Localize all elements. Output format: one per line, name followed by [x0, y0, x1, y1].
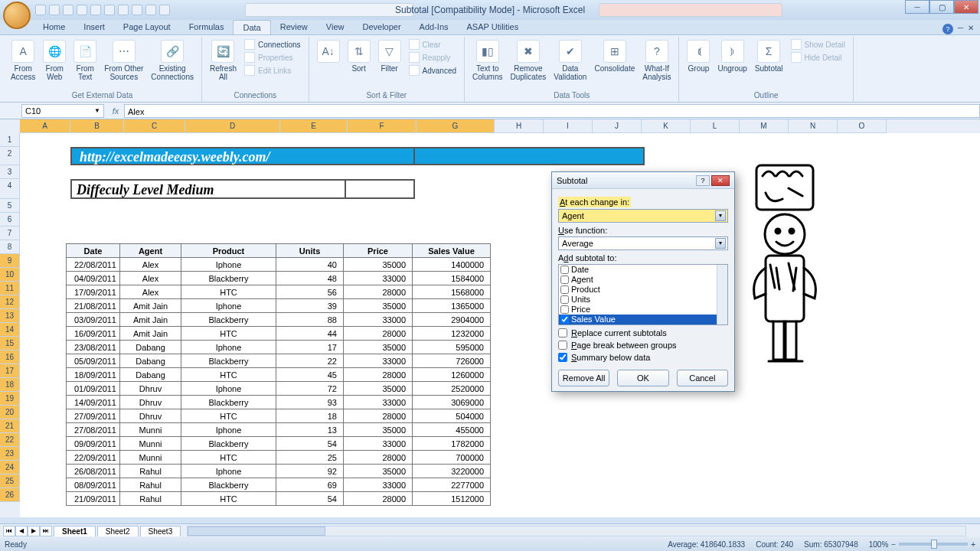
table-row[interactable]: 14/09/2011DhruvBlackberry93330003069000 [67, 396, 491, 409]
table-cell[interactable]: 03/09/2011 [67, 313, 120, 327]
table-cell[interactable]: 1260000 [413, 368, 491, 382]
use-function-select[interactable]: Average ▾ [558, 236, 728, 250]
table-cell[interactable]: 22/09/2011 [67, 451, 120, 465]
table-cell[interactable]: 33000 [344, 396, 413, 409]
table-cell[interactable]: Blackberry [181, 396, 276, 409]
qat-item-icon[interactable] [90, 5, 101, 15]
col-header-D[interactable]: D [185, 119, 280, 133]
checkbox[interactable] [560, 295, 569, 304]
col-header-B[interactable]: B [70, 119, 124, 133]
table-cell[interactable]: 17/09/2011 [67, 285, 120, 299]
dialog-close-icon[interactable]: ✕ [711, 175, 730, 186]
col-header-N[interactable]: N [789, 119, 838, 133]
table-cell[interactable]: 455000 [413, 423, 491, 437]
col-header-F[interactable]: F [348, 119, 416, 133]
table-cell[interactable]: 26/08/2011 [67, 465, 120, 478]
dialog-help-icon[interactable]: ? [696, 175, 710, 186]
zoom-out-icon[interactable]: − [891, 540, 896, 549]
inner-close-icon[interactable]: ✕ [968, 24, 974, 34]
group-button[interactable]: ⟬Group [684, 38, 713, 74]
table-cell[interactable]: 23/08/2011 [67, 341, 120, 354]
col-header-O[interactable]: O [838, 119, 887, 133]
ribbon-tab-view[interactable]: View [317, 20, 354, 34]
qat-item-icon[interactable] [118, 5, 129, 15]
table-cell[interactable]: 33000 [344, 272, 413, 285]
col-header-K[interactable]: K [642, 119, 691, 133]
table-cell[interactable]: 21/08/2011 [67, 299, 120, 313]
table-cell[interactable]: 1584000 [413, 272, 491, 285]
office-button[interactable] [3, 2, 31, 29]
table-cell[interactable]: 48 [276, 272, 344, 285]
table-header[interactable]: Sales Value [413, 244, 491, 258]
table-cell[interactable]: 35000 [344, 382, 413, 396]
advanced-button[interactable]: Advanced [406, 64, 459, 77]
what-if-button[interactable]: ?What-If Analysis [639, 38, 674, 83]
from-other-button[interactable]: ⋯From Other Sources [101, 38, 146, 83]
subtotal-field-item[interactable]: Price [559, 305, 727, 315]
zoom-control[interactable]: 100% − + [869, 540, 975, 549]
table-cell[interactable]: 54 [276, 437, 344, 451]
table-cell[interactable]: 17 [276, 341, 344, 354]
subtotal-field-item[interactable]: Agent [559, 275, 727, 285]
remove-all-button[interactable]: Remove All [558, 370, 609, 386]
ungroup-button[interactable]: ⟭Ungroup [714, 38, 750, 74]
table-row[interactable]: 22/08/2011AlexIphone40350001400000 [67, 258, 491, 272]
table-cell[interactable]: 2520000 [413, 382, 491, 396]
table-cell[interactable]: 21/09/2011 [67, 492, 120, 506]
ok-button[interactable]: OK [617, 370, 668, 386]
table-cell[interactable]: Blackberry [181, 272, 276, 285]
row-header-6[interactable]: 6 [0, 213, 20, 227]
doc-tab[interactable] [245, 3, 413, 17]
table-row[interactable]: 23/08/2011DabangIphone1735000595000 [67, 341, 491, 354]
qat-print-icon[interactable] [77, 5, 87, 15]
qat-undo-icon[interactable] [49, 5, 60, 15]
sort-button[interactable]: ⇅Sort [345, 38, 374, 74]
row-header-7[interactable]: 7 [0, 227, 20, 240]
table-cell[interactable]: 2904000 [413, 313, 491, 327]
table-cell[interactable]: 28000 [344, 409, 413, 423]
table-cell[interactable]: 1782000 [413, 437, 491, 451]
formula-input[interactable]: Alex [124, 104, 980, 118]
table-cell[interactable]: Alex [120, 285, 181, 299]
table-cell[interactable]: Dabang [120, 354, 181, 368]
checkbox[interactable] [560, 266, 569, 274]
spreadsheet-grid[interactable]: 1234567891011121314151617181920212223242… [0, 119, 980, 517]
zoom-in-icon[interactable]: + [971, 540, 975, 549]
table-cell[interactable]: 1568000 [413, 285, 491, 299]
col-header-L[interactable]: L [691, 119, 740, 133]
table-cell[interactable]: 25 [276, 451, 344, 465]
page-break-check[interactable]: Page break between groups [558, 341, 728, 350]
scroll-thumb[interactable] [188, 527, 325, 536]
table-cell[interactable]: 01/09/2011 [67, 382, 120, 396]
table-cell[interactable]: 33000 [344, 437, 413, 451]
table-row[interactable]: 03/09/2011Amit JainBlackberry88330002904… [67, 313, 491, 327]
row-header-11[interactable]: 11 [0, 282, 20, 295]
table-cell[interactable]: Iphone [181, 341, 276, 354]
table-header[interactable]: Units [276, 244, 344, 258]
table-cell[interactable]: 1400000 [413, 258, 491, 272]
at-each-change-select[interactable]: Agent ▾ [558, 209, 728, 223]
table-cell[interactable]: Alex [120, 258, 181, 272]
table-cell[interactable]: 726000 [413, 354, 491, 368]
table-row[interactable]: 08/09/2011RahulBlackberry69330002277000 [67, 478, 491, 492]
table-cell[interactable]: Iphone [181, 299, 276, 313]
table-cell[interactable]: 35000 [344, 341, 413, 354]
sheet-nav-prev-icon[interactable]: ◀ [15, 526, 28, 536]
row-header-2[interactable]: 2 [0, 147, 20, 165]
col-header-G[interactable]: G [416, 119, 495, 133]
sheet-nav-first-icon[interactable]: ⏮ [3, 526, 15, 536]
table-cell[interactable]: Blackberry [181, 437, 276, 451]
subtotal-button[interactable]: ΣSubtotal [752, 38, 786, 74]
table-cell[interactable]: 35000 [344, 465, 413, 478]
row-header-9[interactable]: 9 [0, 254, 20, 268]
table-cell[interactable]: HTC [181, 492, 276, 506]
table-cell[interactable]: 3220000 [413, 465, 491, 478]
doc-tab[interactable] [599, 3, 782, 17]
table-cell[interactable]: 595000 [413, 341, 491, 354]
qat-redo-icon[interactable] [63, 5, 74, 15]
scrollbar[interactable] [717, 265, 727, 324]
table-cell[interactable]: 22 [276, 354, 344, 368]
checkbox[interactable] [560, 276, 569, 284]
row-header-3[interactable]: 3 [0, 165, 20, 179]
subtotal-field-item[interactable]: Product [559, 285, 727, 295]
